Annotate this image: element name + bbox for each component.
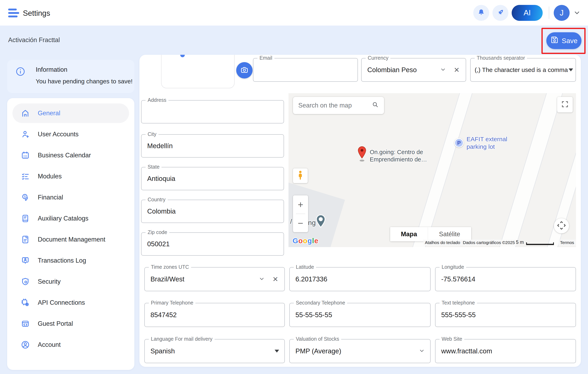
clear-icon[interactable]: ✕ [273, 275, 278, 283]
company-logo-upload[interactable] [161, 55, 235, 88]
field-value: www.fracttal.com [441, 347, 492, 355]
map-type-control: Mapa Satélite [390, 227, 471, 241]
currency-field[interactable]: Currency Colombian Peso ✕ [361, 58, 466, 82]
address-field[interactable]: Address [141, 100, 284, 123]
chevron-down-icon[interactable] [419, 348, 425, 355]
notifications-button[interactable] [473, 5, 489, 21]
map-type-map-button[interactable]: Mapa [390, 227, 428, 241]
sidebar-item-label: Document Management [38, 236, 105, 243]
sidebar-item-modules[interactable]: Modules [12, 166, 129, 186]
fullscreen-button[interactable] [557, 97, 573, 112]
field-value: 55-55-55-55 [295, 311, 332, 319]
latitude-field[interactable]: Latitude 6.2017336 [289, 267, 430, 291]
sidebar-item-guest-portal[interactable]: Guest Portal [12, 314, 129, 333]
camera-icon [240, 66, 249, 75]
map-label-fragment: / [290, 218, 292, 225]
search-icon[interactable] [372, 101, 379, 110]
dropdown-arrow-icon[interactable] [569, 68, 573, 71]
sidebar-item-financial[interactable]: $ Financial [12, 188, 129, 207]
zoom-out-button[interactable]: − [293, 214, 308, 232]
location-marker-icon[interactable] [356, 145, 368, 163]
field-label: Time zones UTC [149, 264, 191, 270]
email-field[interactable]: Email [253, 58, 358, 82]
camera-button[interactable] [236, 62, 252, 78]
clear-icon[interactable]: ✕ [454, 66, 460, 74]
dropdown-arrow-icon[interactable] [275, 350, 279, 352]
google-logo[interactable]: Google [293, 237, 318, 245]
avatar[interactable]: J [554, 5, 570, 21]
keyboard-shortcuts-link[interactable]: Atalhos do teclado [423, 240, 462, 246]
map-type-satellite-button[interactable]: Satélite [428, 227, 471, 241]
field-value: Antioquia [147, 175, 175, 183]
field-label: Address [146, 97, 168, 103]
terms-link[interactable]: Termos [558, 240, 576, 246]
pegman-icon [296, 170, 304, 181]
secondary-telephone-field[interactable]: Secondary Telephone 55-55-55-55 [289, 303, 430, 327]
sidebar-item-auxiliary-catalogs[interactable]: Auxiliary Catalogs [12, 209, 129, 228]
parking-poi-icon[interactable]: P [454, 138, 464, 148]
sidebar-item-label: User Accounts [38, 131, 79, 138]
marker-label: On.going: Centro de Emprendimiento de… [370, 148, 427, 163]
longitude-field[interactable]: Longitude -75.576614 [435, 267, 576, 291]
app-header: Settings AI J [0, 0, 588, 26]
sidebar-item-label: Account [38, 341, 61, 348]
field-label: Thousands separator [475, 55, 527, 61]
parking-poi-label: EAFIT external parking lot [467, 135, 507, 150]
ai-assistant-button[interactable]: AI [512, 5, 543, 21]
page-title: Settings [23, 9, 50, 18]
map-data-attribution: Dados cartográficos ©2025 [461, 240, 516, 246]
secondary-pin-icon[interactable] [315, 214, 326, 229]
sidebar-item-document-management[interactable]: Document Management [12, 230, 129, 249]
sidebar-item-label: Transactions Log [38, 257, 86, 264]
sidebar-item-general[interactable]: General [12, 103, 129, 123]
thousands-separator-field[interactable]: Thousands separator (,) The character us… [470, 58, 576, 82]
field-label: Secondary Telephone [294, 300, 347, 306]
whats-new-button[interactable] [493, 5, 508, 21]
portal-icon [21, 319, 30, 329]
sidebar-item-transactions-log[interactable]: Transactions Log [12, 251, 129, 270]
zoom-in-button[interactable]: + [293, 195, 308, 214]
text-telephone-field[interactable]: Text telephone 555-555-55 [435, 303, 576, 327]
rocket-icon [496, 8, 505, 18]
pegman-control[interactable] [293, 168, 308, 183]
field-value: (,) The character used is a comma [475, 66, 568, 73]
sidebar-item-security[interactable]: Security [12, 272, 129, 291]
state-field[interactable]: State Antioquia [141, 167, 284, 190]
country-field[interactable]: Country Colombia [141, 200, 284, 223]
breadcrumb: Activación Fracttal [8, 36, 60, 44]
city-field[interactable]: City Medellín [141, 134, 284, 158]
chevron-down-icon[interactable] [440, 66, 446, 73]
location-map[interactable]: / ing On.going: Centro de Emprendimiento… [288, 93, 576, 247]
field-label: Latitude [294, 264, 316, 270]
sidebar-item-label: Security [38, 278, 61, 285]
sidebar-item-api-connections[interactable]: API Connections [12, 293, 129, 312]
timezone-field[interactable]: Time zones UTC Brazil/West ✕ [144, 267, 285, 291]
account-menu-chevron-icon[interactable] [573, 9, 581, 17]
primary-telephone-field[interactable]: Primary Telephone 8547452 [144, 303, 285, 327]
transactions-icon [21, 256, 30, 265]
settings-sidebar: General User Accounts Business Calendar … [7, 98, 134, 370]
account-icon [21, 340, 30, 350]
shield-icon [21, 277, 30, 286]
website-field[interactable]: Web Site www.fracttal.com [435, 339, 576, 363]
field-value: Colombian Peso [367, 66, 417, 74]
svg-text:$: $ [24, 195, 26, 198]
field-label: Currency [366, 55, 390, 61]
mail-language-field[interactable]: Language For mail delivery Spanish [144, 339, 285, 363]
sidebar-item-label: Financial [38, 194, 63, 201]
sidebar-item-business-calendar[interactable]: Business Calendar [12, 145, 129, 165]
field-value: Medellín [147, 142, 173, 150]
chevron-down-icon[interactable] [259, 276, 265, 283]
field-label: Zip code [146, 229, 169, 235]
sidebar-item-account[interactable]: Account [12, 335, 129, 355]
stock-valuation-field[interactable]: Valuation of Stocks PMP (Average) [289, 339, 430, 363]
field-label: Primary Telephone [149, 300, 195, 306]
menu-icon[interactable] [8, 9, 20, 18]
field-value: Brazil/West [150, 275, 184, 283]
pan-control[interactable] [554, 218, 569, 233]
fullscreen-icon [561, 100, 569, 109]
sidebar-item-user-accounts[interactable]: User Accounts [12, 124, 129, 144]
checklist-icon [21, 172, 30, 181]
map-search-input[interactable]: Search on the map [293, 97, 384, 114]
zip-code-field[interactable]: Zip code 050021 [141, 232, 284, 256]
